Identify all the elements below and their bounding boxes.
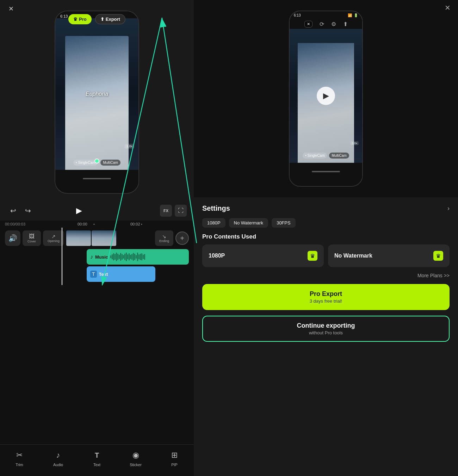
playhead bbox=[62, 228, 62, 285]
right-phone-header-icons: ✕ ⟳ ⚙ ⬆ bbox=[290, 19, 362, 29]
sticker-label: Sticker bbox=[130, 463, 142, 467]
opening-clip[interactable]: ↗ Opening bbox=[43, 230, 64, 246]
phone-header-buttons: ♛ Pro ⬆ Export bbox=[55, 14, 138, 24]
export-button[interactable]: ⬆ Export bbox=[95, 14, 125, 24]
music-track[interactable]: ♪ Music bbox=[87, 249, 189, 265]
add-track-button[interactable]: + bbox=[175, 231, 189, 245]
redo-button[interactable]: ↪ bbox=[22, 205, 34, 217]
right-phone-frame: 6:13 📶 🔋 ✕ ⟳ ⚙ ⬆ ▶ 1.0x • SingleCam bbox=[289, 11, 363, 187]
audio-track-icon[interactable]: 🔊 bbox=[5, 230, 20, 246]
right-phone-bottom bbox=[290, 163, 362, 180]
audio-icon: ♪ bbox=[52, 450, 64, 461]
video-clips-row bbox=[66, 230, 153, 246]
opening-icon: ↗ bbox=[51, 234, 56, 239]
controls-bar: ↩ ↪ ▶ FX ⛶ bbox=[0, 201, 194, 221]
music-track-row: ♪ Music bbox=[5, 249, 189, 265]
close-button-left[interactable]: ✕ bbox=[5, 3, 17, 15]
pro-export-subtitle: 3 days free trial! bbox=[310, 298, 342, 304]
timeline-area: 00:00/00:03 00:00 • 00:02 • 🔊 🖼 Cover ↗ … bbox=[0, 221, 194, 444]
pro-card-1080p-label: 1080P bbox=[209, 253, 225, 259]
timeline-position: 00:00/00:03 bbox=[5, 222, 25, 226]
trim-tool[interactable]: ✂ Trim bbox=[0, 447, 39, 469]
ending-label: Ending bbox=[159, 239, 169, 243]
text-tool[interactable]: T Text bbox=[78, 447, 116, 469]
crown-icon-pro: ♛ bbox=[73, 17, 78, 22]
pro-export-button[interactable]: Pro Export 3 days free trial! bbox=[202, 284, 450, 310]
text-track-icon: T bbox=[90, 271, 97, 278]
pro-export-title: Pro Export bbox=[310, 290, 342, 298]
settings-chevron-icon[interactable]: › bbox=[447, 205, 450, 212]
phone-frame-left: 6:13 ♛ Pro ⬆ Export Euphoria 1.0x bbox=[55, 11, 139, 194]
continue-export-button[interactable]: Continue exporting without Pro tools bbox=[202, 316, 450, 342]
multi-cam-btn[interactable]: MultiCam bbox=[100, 160, 120, 166]
text-label: Text bbox=[93, 463, 100, 467]
tag-no-watermark[interactable]: No Watermark bbox=[229, 218, 268, 228]
right-phone-time: 6:13 bbox=[294, 13, 301, 17]
video-clip-2[interactable] bbox=[92, 230, 116, 246]
settings-tags: 1080P No Watermark 30FPS bbox=[202, 218, 450, 228]
pro-contents-title: Pro Contents Used bbox=[202, 233, 450, 240]
ending-clip[interactable]: ↘ Ending bbox=[155, 230, 173, 246]
signal-icon: 📶 bbox=[348, 13, 352, 17]
music-icon: ♪ bbox=[90, 254, 93, 260]
trim-icon: ✂ bbox=[14, 450, 25, 461]
undo-button[interactable]: ↩ bbox=[7, 205, 19, 217]
music-label: Music bbox=[95, 254, 108, 260]
settings-header: Settings › bbox=[202, 204, 450, 212]
tag-30fps[interactable]: 30FPS bbox=[272, 218, 296, 228]
tag-1080p[interactable]: 1080P bbox=[202, 218, 225, 228]
ending-icon: ↘ bbox=[162, 234, 166, 239]
pro-content-grid: 1080P ♛ No Watermark ♛ bbox=[202, 245, 450, 267]
phone-bottom-bar bbox=[55, 170, 138, 187]
ruler-dot2: • bbox=[141, 222, 142, 226]
sticker-tool[interactable]: ◉ Sticker bbox=[116, 447, 155, 469]
speed-badge: 1.0x bbox=[125, 144, 134, 149]
settings-panel: Settings › 1080P No Watermark 30FPS Pro … bbox=[194, 197, 458, 476]
ruler-mid: 00:00 bbox=[78, 222, 87, 226]
left-panel: ✕ 6:13 ♛ Pro ⬆ Export Eu bbox=[0, 0, 194, 476]
controls-right: FX ⛶ bbox=[160, 205, 187, 217]
timeline-ruler: 00:00/00:03 00:00 • 00:02 • bbox=[0, 221, 194, 228]
right-phone-status: 6:13 📶 🔋 bbox=[290, 11, 362, 19]
pro-card-1080p[interactable]: 1080P ♛ bbox=[202, 245, 324, 267]
timeline-tracks: 🔊 🖼 Cover ↗ Opening ↘ Ending bbox=[0, 228, 194, 285]
share-icon: ⬆ bbox=[343, 21, 348, 27]
refresh-icon: ⟳ bbox=[320, 21, 324, 27]
ruler-end: 00:02 bbox=[130, 222, 140, 226]
pro-card-no-watermark[interactable]: No Watermark ♛ bbox=[328, 245, 450, 267]
phone-video: Euphoria 1.0x • SingleCam MultiCam bbox=[55, 18, 138, 170]
right-single-cam-btn[interactable]: • SingleCam bbox=[303, 153, 327, 159]
video-clip-1[interactable] bbox=[66, 230, 91, 246]
trim-label: Trim bbox=[16, 463, 23, 467]
fx-button[interactable]: FX bbox=[160, 205, 172, 217]
right-multi-cam-btn[interactable]: MultiCam bbox=[329, 153, 349, 159]
right-phone-video: ▶ 1.0x • SingleCam MultiCam bbox=[290, 29, 362, 163]
wifi-icon: 🔋 bbox=[354, 13, 358, 17]
play-button[interactable]: ▶ bbox=[72, 204, 86, 218]
close-preview-btn[interactable]: ✕ bbox=[304, 21, 312, 27]
more-plans-link[interactable]: More Plans >> bbox=[202, 273, 450, 278]
cover-clip[interactable]: 🖼 Cover bbox=[23, 230, 41, 246]
text-track-label: Text bbox=[99, 272, 108, 277]
right-home-indicator bbox=[312, 171, 340, 172]
fullscreen-button[interactable]: ⛶ bbox=[175, 205, 187, 217]
video-text-overlay: Euphoria bbox=[86, 91, 108, 97]
pip-tool[interactable]: ⊞ PIP bbox=[155, 447, 194, 469]
text-track[interactable]: T Text bbox=[87, 266, 155, 282]
continue-title: Continue exporting bbox=[297, 322, 355, 329]
sticker-icon: ◉ bbox=[130, 450, 141, 461]
pro-button[interactable]: ♛ Pro bbox=[68, 14, 92, 24]
audio-tool[interactable]: ♪ Audio bbox=[39, 447, 78, 469]
right-phone-status-icons: 📶 🔋 bbox=[348, 13, 358, 17]
play-circle-button[interactable]: ▶ bbox=[317, 87, 335, 105]
video-track-row: 🔊 🖼 Cover ↗ Opening ↘ Ending bbox=[5, 229, 189, 247]
right-phone-preview: 6:13 📶 🔋 ✕ ⟳ ⚙ ⬆ ▶ 1.0x • SingleCam bbox=[194, 0, 458, 197]
continue-subtitle: without Pro tools bbox=[309, 330, 343, 335]
right-panel: ✕ 6:13 📶 🔋 ✕ ⟳ ⚙ ⬆ ▶ 1.0x bbox=[194, 0, 458, 476]
right-speed-badge: 1.0x bbox=[351, 141, 359, 145]
pip-icon: ⊞ bbox=[169, 450, 180, 461]
crown-icon-1080p: ♛ bbox=[308, 251, 317, 261]
audio-label: Audio bbox=[53, 463, 63, 467]
text-track-row: T Text bbox=[5, 266, 189, 282]
ruler-dot1: • bbox=[93, 222, 95, 226]
